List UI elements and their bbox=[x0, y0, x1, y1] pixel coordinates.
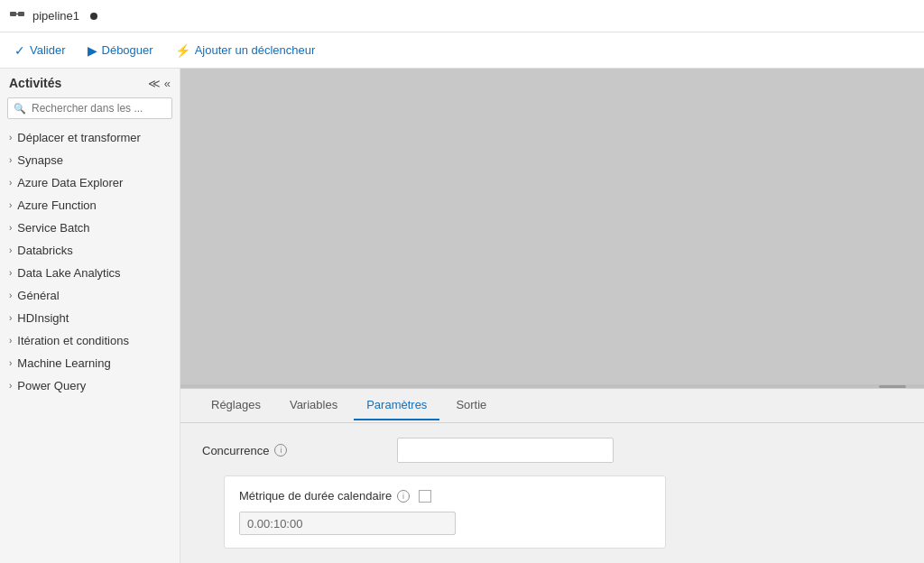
sidebar-item-databricks[interactable]: › Databricks bbox=[0, 239, 180, 262]
trigger-label: Ajouter un déclencheur bbox=[195, 43, 316, 57]
sidebar-item-service-batch[interactable]: › Service Batch bbox=[0, 217, 180, 239]
sidebar-item-hdinsight[interactable]: › HDInsight bbox=[0, 307, 180, 329]
unsaved-indicator bbox=[90, 13, 97, 20]
tab-title: pipeline1 bbox=[32, 9, 79, 23]
sidebar-item-azure-function[interactable]: › Azure Function bbox=[0, 194, 180, 217]
chevron-icon: › bbox=[9, 381, 12, 391]
concurrence-row: Concurrence i bbox=[202, 438, 902, 463]
pipeline-icon bbox=[9, 8, 25, 24]
sidebar-item-label: Service Batch bbox=[17, 221, 89, 235]
sidebar-item-azure-data-explorer[interactable]: › Azure Data Explorer bbox=[0, 171, 180, 194]
time-input[interactable] bbox=[239, 512, 456, 535]
search-input[interactable] bbox=[7, 97, 172, 119]
panel-content: Concurrence i Métrique de durée calendai… bbox=[180, 423, 924, 563]
sidebar-header: Activités ≪ « bbox=[0, 69, 180, 97]
sidebar-item-machine-learning[interactable]: › Machine Learning bbox=[0, 352, 180, 374]
chevron-icon: › bbox=[9, 245, 12, 255]
toolbar: ✓ Valider ▶ Déboguer ⚡ Ajouter un déclen… bbox=[0, 32, 924, 69]
svg-rect-0 bbox=[10, 12, 16, 16]
tab-sortie[interactable]: Sortie bbox=[443, 391, 499, 420]
chevron-icon: › bbox=[9, 268, 12, 278]
canvas-area: Réglages Variables Paramètres Sortie Con… bbox=[180, 69, 924, 563]
metrique-label: Métrique de durée calendaire i bbox=[239, 489, 410, 503]
validate-button[interactable]: ✓ Valider bbox=[14, 43, 66, 58]
sidebar-item-power-query[interactable]: › Power Query bbox=[0, 374, 180, 397]
trigger-button[interactable]: ⚡ Ajouter un déclencheur bbox=[175, 43, 316, 58]
metrique-card: Métrique de durée calendaire i bbox=[224, 475, 666, 549]
metrique-info-icon[interactable]: i bbox=[397, 490, 410, 503]
metrique-header: Métrique de durée calendaire i bbox=[239, 489, 651, 503]
chevron-icon: › bbox=[9, 358, 12, 368]
main-layout: Activités ≪ « 🔍 › Déplacer et transforme… bbox=[0, 69, 924, 563]
tab-reglages[interactable]: Réglages bbox=[199, 391, 273, 420]
chevron-icon: › bbox=[9, 223, 12, 233]
chevron-icon: › bbox=[9, 291, 12, 300]
bottom-panel: Réglages Variables Paramètres Sortie Con… bbox=[180, 388, 924, 563]
metrique-checkbox[interactable] bbox=[419, 490, 431, 503]
chevron-icon: › bbox=[9, 155, 12, 165]
chevron-icon: › bbox=[9, 133, 12, 143]
sidebar-item-label: Synapse bbox=[17, 153, 63, 167]
sidebar-item-synapse[interactable]: › Synapse bbox=[0, 149, 180, 171]
debug-icon: ▶ bbox=[88, 43, 97, 58]
expand-icon[interactable]: « bbox=[164, 77, 171, 90]
sidebar-item-label: Déplacer et transformer bbox=[17, 131, 141, 144]
sidebar-item-deplacer[interactable]: › Déplacer et transformer bbox=[0, 126, 180, 149]
sidebar-item-label: Databricks bbox=[17, 244, 72, 257]
chevron-icon: › bbox=[9, 313, 12, 323]
time-row bbox=[239, 512, 651, 535]
concurrence-label: Concurrence i bbox=[202, 444, 383, 457]
sidebar-item-label: Azure Data Explorer bbox=[17, 176, 123, 189]
title-bar: pipeline1 bbox=[0, 0, 924, 32]
concurrence-info-icon[interactable]: i bbox=[274, 444, 287, 457]
tabs-bar: Réglages Variables Paramètres Sortie bbox=[180, 389, 924, 423]
tab-variables[interactable]: Variables bbox=[277, 391, 350, 420]
tab-parametres[interactable]: Paramètres bbox=[354, 391, 439, 420]
sidebar-item-label: Général bbox=[17, 289, 59, 302]
debug-button[interactable]: ▶ Déboguer bbox=[88, 43, 153, 58]
trigger-icon: ⚡ bbox=[175, 43, 190, 58]
search-icon: 🔍 bbox=[14, 103, 26, 115]
collapse-icon[interactable]: ≪ bbox=[148, 77, 161, 90]
svg-rect-1 bbox=[18, 12, 24, 16]
sidebar-item-data-lake[interactable]: › Data Lake Analytics bbox=[0, 262, 180, 284]
sidebar-item-label: Power Query bbox=[17, 379, 86, 392]
chevron-icon: › bbox=[9, 178, 12, 188]
validate-icon: ✓ bbox=[14, 43, 25, 58]
sidebar: Activités ≪ « 🔍 › Déplacer et transforme… bbox=[0, 69, 180, 563]
validate-label: Valider bbox=[30, 43, 66, 57]
debug-label: Déboguer bbox=[102, 43, 153, 57]
sidebar-search: 🔍 bbox=[7, 97, 172, 119]
sidebar-title: Activités bbox=[9, 76, 61, 90]
chevron-icon: › bbox=[9, 200, 12, 210]
sidebar-item-label: HDInsight bbox=[17, 311, 69, 325]
sidebar-controls: ≪ « bbox=[148, 77, 171, 90]
chevron-icon: › bbox=[9, 336, 12, 346]
sidebar-item-label: Azure Function bbox=[17, 198, 96, 212]
sidebar-item-label: Machine Learning bbox=[17, 356, 110, 370]
canvas-main[interactable] bbox=[180, 69, 924, 384]
sidebar-item-label: Itération et conditions bbox=[17, 334, 129, 347]
sidebar-item-iteration[interactable]: › Itération et conditions bbox=[0, 329, 180, 352]
sidebar-item-general[interactable]: › Général bbox=[0, 284, 180, 307]
sidebar-item-label: Data Lake Analytics bbox=[17, 266, 120, 280]
concurrence-input[interactable] bbox=[397, 438, 614, 463]
